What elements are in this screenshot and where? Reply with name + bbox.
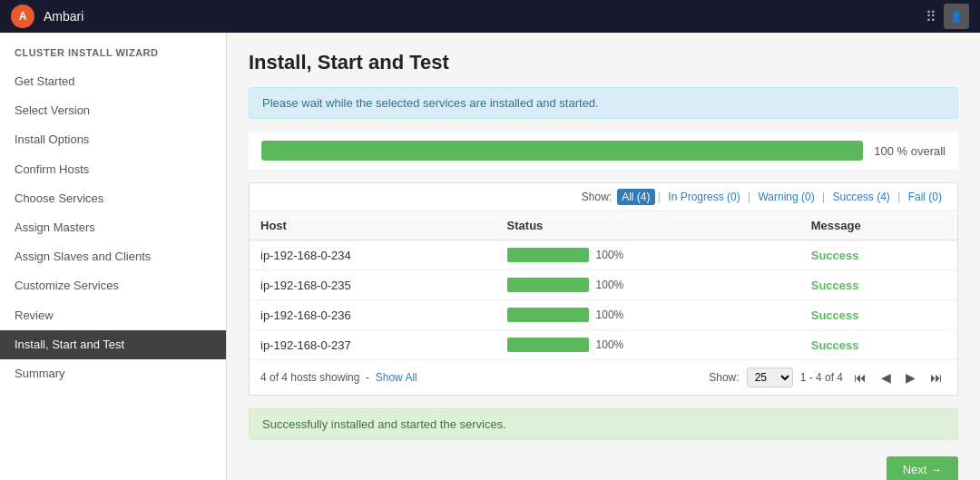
next-page-btn[interactable]: ▶ xyxy=(902,369,919,386)
sidebar-item-assign-masters[interactable]: Assign Masters xyxy=(0,213,226,242)
sidebar-section-title: CLUSTER INSTALL WIZARD xyxy=(0,47,226,67)
sidebar-item-customize-services[interactable]: Customize Services xyxy=(0,271,226,300)
table-row: ip-192-168-0-236100%Success xyxy=(250,300,957,330)
filter-sep: | xyxy=(745,191,754,203)
cell-status: 100% xyxy=(496,300,800,330)
progress-pct: 100% xyxy=(596,249,624,261)
cell-host: ip-192-168-0-236 xyxy=(250,300,496,330)
sidebar-item-choose-services[interactable]: Choose Services xyxy=(0,184,226,213)
col-host: Host xyxy=(250,211,496,240)
sidebar-item-summary[interactable]: Summary xyxy=(0,359,226,388)
mini-progress-bar xyxy=(507,308,589,322)
filter-option-warning[interactable]: Warning (0) xyxy=(753,189,818,205)
table-row: ip-192-168-0-237100%Success xyxy=(250,330,957,360)
progress-pct: 100% xyxy=(596,309,624,321)
next-button[interactable]: Next → xyxy=(887,456,958,480)
user-avatar[interactable]: 👤 xyxy=(944,4,969,29)
filter-label: Show: xyxy=(582,191,612,203)
table-header: Host Status Message xyxy=(250,211,957,240)
overall-progress-bar xyxy=(261,141,863,161)
hosts-table-container: Show: All (4) | In Progress (0) | Warnin… xyxy=(249,182,958,396)
filter-option-all[interactable]: All (4) xyxy=(617,189,654,205)
filter-option-success[interactable]: Success (4) xyxy=(828,189,895,205)
show-all-link[interactable]: Show All xyxy=(376,371,417,384)
sidebar-item-install-start-test[interactable]: Install, Start and Test xyxy=(0,330,226,359)
hosts-showing-label: 4 of 4 hosts showing xyxy=(260,371,359,384)
filter-sep: | xyxy=(895,191,904,203)
app-name: Ambari xyxy=(44,9,83,24)
layout: CLUSTER INSTALL WIZARD Get StartedSelect… xyxy=(0,33,980,480)
info-banner: Please wait while the selected services … xyxy=(249,87,958,119)
table-header-row: Host Status Message xyxy=(250,211,957,240)
top-nav: A Ambari ⠿ 👤 xyxy=(0,0,980,33)
mini-progress-bar xyxy=(507,338,589,352)
overall-progress-section: 100 % overall xyxy=(249,132,958,170)
sidebar-items: Get StartedSelect VersionInstall Options… xyxy=(0,67,226,388)
col-status: Status xyxy=(496,211,800,240)
prev-page-btn[interactable]: ◀ xyxy=(877,369,895,386)
overall-progress-fill xyxy=(261,141,863,161)
mini-progress-bar xyxy=(507,278,589,292)
cell-message: Success xyxy=(800,300,957,330)
table-body: ip-192-168-0-234100%Successip-192-168-0-… xyxy=(250,240,957,360)
page-title: Install, Start and Test xyxy=(249,51,958,74)
progress-pct: 100% xyxy=(596,279,624,291)
sidebar-item-assign-slaves[interactable]: Assign Slaves and Clients xyxy=(0,242,226,271)
mini-progress-bar xyxy=(507,248,589,262)
page-range: 1 - 4 of 4 xyxy=(800,371,843,384)
success-banner: Successfully installed and started the s… xyxy=(249,408,958,440)
cell-message: Success xyxy=(800,270,957,300)
col-message: Message xyxy=(800,211,957,240)
pagination-bar: 4 of 4 hosts showing - Show All Show: 25… xyxy=(250,359,957,395)
filter-options: All (4) | In Progress (0) | Warning (0) … xyxy=(617,191,946,203)
last-page-btn[interactable]: ⏭ xyxy=(926,369,946,386)
show-per-page-label: Show: xyxy=(709,371,739,384)
pagination-right: Show: 25 50 100 1 - 4 of 4 ⏮ ◀ ▶ ⏭ xyxy=(709,367,946,387)
cell-host: ip-192-168-0-237 xyxy=(250,330,496,360)
progress-pct: 100% xyxy=(596,338,624,351)
sidebar-item-review[interactable]: Review xyxy=(0,301,226,330)
sidebar-item-confirm-hosts[interactable]: Confirm Hosts xyxy=(0,155,226,184)
cell-status: 100% xyxy=(496,240,800,270)
table-row: ip-192-168-0-234100%Success xyxy=(250,240,957,270)
per-page-select[interactable]: 25 50 100 xyxy=(747,367,793,387)
grid-icon[interactable]: ⠿ xyxy=(926,8,936,25)
main-content: Install, Start and Test Please wait whil… xyxy=(227,33,980,480)
app-logo: A xyxy=(11,5,34,28)
pagination-summary: 4 of 4 hosts showing - Show All xyxy=(260,371,417,384)
sidebar-item-install-options[interactable]: Install Options xyxy=(0,125,226,154)
cell-message: Success xyxy=(800,330,957,360)
filter-sep: | xyxy=(819,191,828,203)
filter-sep: | xyxy=(655,191,664,203)
overall-progress-label: 100 % overall xyxy=(874,144,946,158)
bottom-bar: Next → xyxy=(249,451,958,480)
cell-host: ip-192-168-0-234 xyxy=(250,240,496,270)
cell-status: 100% xyxy=(496,330,800,360)
filter-option-fail[interactable]: Fail (0) xyxy=(904,189,946,205)
sidebar: CLUSTER INSTALL WIZARD Get StartedSelect… xyxy=(0,33,227,480)
topnav-right: ⠿ 👤 xyxy=(926,4,969,29)
sidebar-item-select-version[interactable]: Select Version xyxy=(0,96,226,125)
filter-option-in-progress[interactable]: In Progress (0) xyxy=(663,189,744,205)
table-row: ip-192-168-0-235100%Success xyxy=(250,270,957,300)
topnav-left: A Ambari xyxy=(11,5,83,28)
cell-message: Success xyxy=(800,240,957,270)
sidebar-item-get-started[interactable]: Get Started xyxy=(0,67,226,96)
hosts-table: Host Status Message ip-192-168-0-234100%… xyxy=(250,211,957,359)
first-page-btn[interactable]: ⏮ xyxy=(850,369,870,386)
cell-status: 100% xyxy=(496,270,800,300)
cell-host: ip-192-168-0-235 xyxy=(250,270,496,300)
filter-bar: Show: All (4) | In Progress (0) | Warnin… xyxy=(250,183,957,211)
